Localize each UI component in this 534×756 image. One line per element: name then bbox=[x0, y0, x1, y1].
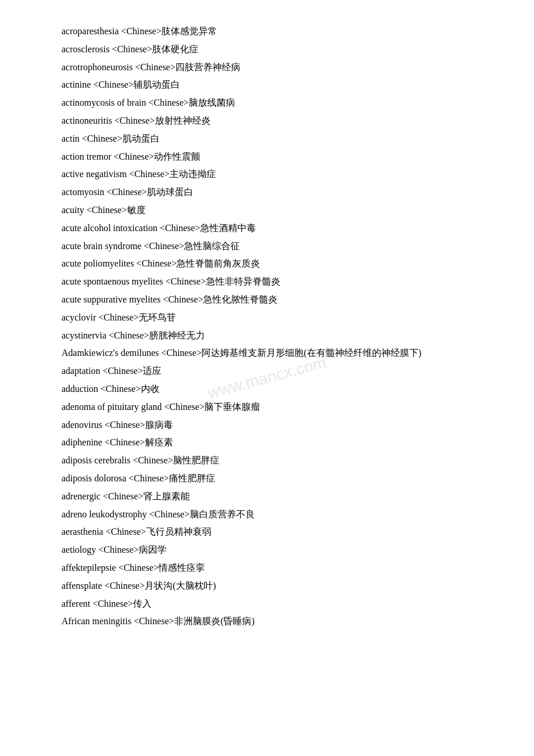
list-item: action tremor <Chinese>动作性震颤 bbox=[62, 149, 472, 165]
list-item: adaptation <Chinese>适应 bbox=[62, 363, 472, 380]
list-item: acystinervia <Chinese>膀胱神经无力 bbox=[62, 327, 472, 344]
list-item: acute brain syndrome <Chinese>急性脑综合征 bbox=[62, 238, 472, 255]
list-item: acroparesthesia <Chinese>肢体感觉异常 bbox=[62, 23, 472, 40]
list-item: actinoneuritis <Chinese>放射性神经炎 bbox=[62, 113, 472, 129]
list-item: adiphenine <Chinese>解痉素 bbox=[62, 434, 472, 451]
list-item: actinine <Chinese>辅肌动蛋白 bbox=[62, 77, 472, 93]
list-item: actinomycosis of brain <Chinese>脑放线菌病 bbox=[62, 95, 472, 111]
list-item: acute spontaenous myelites <Chinese>急性非特… bbox=[62, 273, 472, 290]
list-item: adenoma of pituitary gland <Chinese>脑下垂体… bbox=[62, 399, 472, 416]
list-item: active negativism <Chinese>主动违拗症 bbox=[62, 166, 472, 183]
list-item: affensplate <Chinese>月状沟(大脑枕叶) bbox=[62, 578, 472, 595]
list-item: adduction <Chinese>内收 bbox=[62, 381, 472, 398]
list-item: aetiology <Chinese>病因学 bbox=[62, 542, 472, 559]
list-item: acrotrophoneurosis <Chinese>四肢营养神经病 bbox=[62, 59, 472, 76]
list-item: affektepilepsie <Chinese>情感性痉挛 bbox=[62, 560, 472, 577]
list-item: adiposis dolorosa <Chinese>痛性肥胖症 bbox=[62, 470, 472, 487]
list-item: adenovirus <Chinese>腺病毒 bbox=[62, 417, 472, 434]
list-item: aerasthenia <Chinese>飞行员精神衰弱 bbox=[62, 524, 472, 541]
list-item: actin <Chinese>肌动蛋白 bbox=[62, 131, 472, 147]
list-item: adiposis cerebralis <Chinese>脑性肥胖症 bbox=[62, 452, 472, 469]
list-item: actomyosin <Chinese>肌动球蛋白 bbox=[62, 184, 472, 201]
list-item: acute poliomyelites <Chinese>急性脊髓前角灰质炎 bbox=[62, 255, 472, 272]
list-item: adrenergic <Chinese>肾上腺素能 bbox=[62, 488, 472, 505]
list-item: Adamkiewicz's demilunes <Chinese>阿达姆基维支新… bbox=[62, 345, 472, 362]
list-item: adreno leukodystrophy <Chinese>脑白质营养不良 bbox=[62, 506, 472, 523]
list-item: acute suppurative myelites <Chinese>急性化脓… bbox=[62, 291, 472, 308]
list-item: acyclovir <Chinese>无环鸟苷 bbox=[62, 309, 472, 326]
list-item: acute alcohol intoxication <Chinese>急性酒精… bbox=[62, 220, 472, 237]
list-item: acuity <Chinese>敏度 bbox=[62, 202, 472, 219]
entries-list: acroparesthesia <Chinese>肢体感觉异常acroscler… bbox=[62, 23, 472, 630]
list-item: acrosclerosis <Chinese>肢体硬化症 bbox=[62, 41, 472, 58]
list-item: afferent <Chinese>传入 bbox=[62, 596, 472, 613]
list-item: African meningitis <Chinese>非洲脑膜炎(昏睡病) bbox=[62, 613, 472, 630]
